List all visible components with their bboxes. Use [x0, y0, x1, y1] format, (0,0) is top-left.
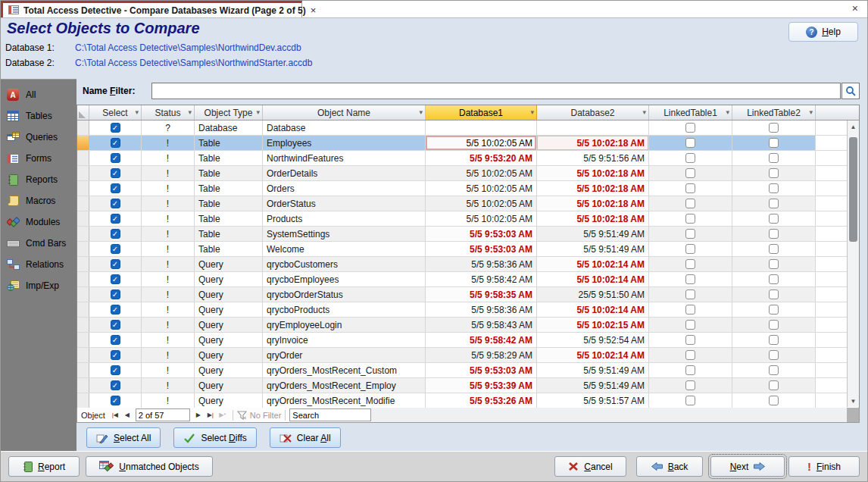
row-selector[interactable] — [77, 121, 89, 135]
status-cell[interactable]: ! — [142, 181, 195, 196]
linkedtable2-checkbox[interactable] — [769, 183, 779, 193]
sidebar-item-forms[interactable]: Forms — [1, 148, 76, 169]
linkedtable2-checkbox[interactable] — [769, 380, 779, 390]
chevron-down-icon[interactable]: ▾ — [642, 108, 646, 116]
window-close-icon[interactable]: × — [852, 2, 858, 14]
linkedtable1-checkbox[interactable] — [685, 229, 695, 239]
row-selector[interactable] — [77, 166, 89, 180]
chevron-down-icon[interactable]: ▾ — [809, 108, 813, 116]
linkedtable2-checkbox[interactable] — [769, 153, 779, 163]
status-cell[interactable]: ? — [142, 121, 195, 135]
linkedtable2-checkbox[interactable] — [769, 365, 779, 375]
linkedtable1-cell[interactable] — [649, 151, 732, 165]
database1-cell[interactable]: 5/5 9:58:29 AM — [426, 348, 537, 362]
object-name-cell[interactable]: NorthwindFeatures — [263, 151, 426, 165]
linkedtable1-cell[interactable] — [649, 378, 732, 393]
status-cell[interactable]: ! — [142, 333, 195, 347]
select-cell[interactable]: ✓ — [89, 166, 142, 180]
linkedtable2-checkbox[interactable] — [769, 259, 779, 269]
object-name-cell[interactable]: Products — [263, 211, 426, 226]
row-selector[interactable] — [77, 151, 89, 165]
database1-cell[interactable]: 5/5 9:58:35 AM — [426, 287, 537, 302]
status-cell[interactable]: ! — [142, 363, 195, 377]
sidebar-item-relations[interactable]: Relations — [1, 254, 76, 275]
linkedtable2-checkbox[interactable] — [769, 138, 779, 148]
linkedtable2-cell[interactable] — [732, 287, 816, 302]
column-header-object-type[interactable]: Object Type▾ — [195, 105, 263, 120]
database2-cell[interactable]: 5/5 9:51:57 AM — [537, 393, 649, 408]
select-checkbox[interactable]: ✓ — [111, 214, 120, 224]
linkedtable1-checkbox[interactable] — [685, 290, 695, 299]
select-checkbox[interactable]: ✓ — [111, 274, 120, 284]
select-cell[interactable]: ✓ — [89, 151, 142, 165]
object-name-cell[interactable]: SystemSettings — [263, 227, 426, 241]
database1-cell[interactable]: 5/5 9:58:42 AM — [426, 333, 537, 347]
chevron-down-icon[interactable]: ▾ — [530, 108, 534, 116]
object-name-cell[interactable]: OrderDetails — [263, 166, 426, 180]
linkedtable2-cell[interactable] — [732, 302, 816, 317]
status-cell[interactable]: ! — [142, 302, 195, 317]
sidebar-item-queries[interactable]: Queries — [1, 127, 76, 148]
object-name-cell[interactable]: qryEmployeeLogin — [263, 318, 426, 332]
select-cell[interactable]: ✓ — [89, 257, 142, 271]
object-name-cell[interactable]: qryOrders_MostRecent_Custom — [263, 363, 426, 377]
object-name-cell[interactable]: OrderStatus — [263, 196, 426, 211]
row-selector[interactable] — [77, 378, 89, 393]
select-checkbox[interactable]: ✓ — [111, 123, 120, 133]
status-cell[interactable]: ! — [142, 136, 195, 150]
database2-cell[interactable]: 5/5 10:02:18 AM — [537, 181, 649, 196]
record-search-input[interactable] — [289, 408, 371, 421]
record-position-input[interactable] — [136, 408, 190, 421]
linkedtable1-cell[interactable] — [649, 211, 732, 226]
select-checkbox[interactable]: ✓ — [111, 365, 120, 375]
no-filter-indicator[interactable]: No Filter — [237, 411, 282, 420]
column-header-database2[interactable]: Database2▾ — [537, 105, 649, 120]
next-button[interactable]: Next — [710, 456, 785, 477]
status-cell[interactable]: ! — [142, 166, 195, 180]
linkedtable1-cell[interactable] — [649, 333, 732, 347]
linkedtable2-checkbox[interactable] — [769, 396, 779, 405]
row-selector[interactable] — [77, 227, 89, 241]
column-header-object-name[interactable]: Object Name▾ — [263, 105, 426, 120]
database2-cell[interactable]: 5/5 10:02:15 AM — [537, 318, 649, 332]
linkedtable2-cell[interactable] — [732, 257, 816, 271]
select-checkbox[interactable]: ✓ — [111, 380, 120, 390]
status-cell[interactable]: ! — [142, 196, 195, 211]
database1-cell[interactable]: 5/5 9:53:20 AM — [426, 151, 537, 165]
object-type-cell[interactable]: Query — [195, 333, 263, 347]
select-cell[interactable]: ✓ — [89, 302, 142, 317]
database2-cell[interactable]: 5/5 9:51:49 AM — [537, 378, 649, 393]
sidebar-item-impexp[interactable]: Imp/Exp — [1, 275, 76, 296]
linkedtable2-cell[interactable] — [732, 318, 816, 332]
database1-cell[interactable] — [426, 121, 537, 135]
linkedtable1-checkbox[interactable] — [685, 183, 695, 193]
select-checkbox[interactable]: ✓ — [111, 183, 120, 193]
row-selector[interactable] — [77, 196, 89, 211]
linkedtable1-checkbox[interactable] — [685, 274, 695, 284]
linkedtable2-cell[interactable] — [732, 227, 816, 241]
object-name-cell[interactable]: qrycboProducts — [263, 302, 426, 317]
new-record-button[interactable]: ▶* — [217, 412, 229, 418]
scroll-down-icon[interactable]: ▼ — [848, 395, 859, 407]
database2-cell[interactable]: 5/5 10:02:14 AM — [537, 302, 649, 317]
column-header-database1[interactable]: Database1▾ — [426, 105, 537, 120]
object-type-cell[interactable]: Query — [195, 363, 263, 377]
linkedtable1-checkbox[interactable] — [685, 365, 695, 375]
object-name-cell[interactable]: Employees — [263, 136, 426, 150]
select-checkbox[interactable]: ✓ — [111, 290, 120, 299]
object-name-cell[interactable]: qrycboOrderStatus — [263, 287, 426, 302]
linkedtable2-checkbox[interactable] — [769, 229, 779, 239]
chevron-down-icon[interactable]: ▾ — [726, 108, 729, 116]
object-name-cell[interactable]: Welcome — [263, 242, 426, 256]
tab-close-icon[interactable]: × — [311, 5, 317, 15]
linkedtable2-cell[interactable] — [732, 136, 816, 150]
object-type-cell[interactable]: Query — [195, 348, 263, 362]
status-cell[interactable]: ! — [142, 272, 195, 286]
status-cell[interactable]: ! — [142, 227, 195, 241]
linkedtable2-cell[interactable] — [732, 333, 816, 347]
last-record-button[interactable]: ▶| — [205, 412, 217, 418]
row-selector[interactable] — [77, 211, 89, 226]
next-record-button[interactable]: ▶ — [192, 412, 205, 418]
status-cell[interactable]: ! — [142, 287, 195, 302]
status-cell[interactable]: ! — [142, 393, 195, 408]
